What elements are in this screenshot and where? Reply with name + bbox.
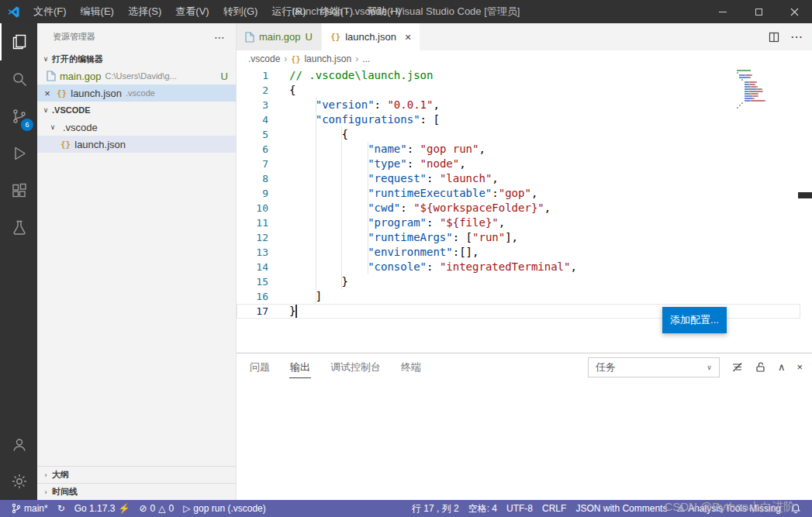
- menu-terminal[interactable]: 终端(T): [313, 0, 360, 23]
- code-editor[interactable]: 1// .vscode\launch.json2{3 "version": "0…: [237, 67, 812, 353]
- line-number: 14: [237, 260, 268, 274]
- menu-help[interactable]: 帮助(H): [360, 0, 408, 23]
- problems-item[interactable]: ⊘ 0 △ 0: [134, 500, 178, 517]
- minimap[interactable]: [737, 70, 799, 109]
- run-debug-icon[interactable]: [0, 135, 37, 172]
- menu-run[interactable]: 运行(R): [264, 0, 313, 23]
- extensions-icon[interactable]: [0, 172, 37, 209]
- cursor-position-item[interactable]: 行 17 , 列 2: [407, 500, 464, 517]
- tab-terminal[interactable]: 终端: [400, 357, 422, 377]
- tab-output[interactable]: 输出: [289, 357, 311, 378]
- line-content: {: [268, 127, 348, 142]
- code-line-12[interactable]: 12 "runtimeArgs": ["run"],: [237, 230, 800, 245]
- menu-file[interactable]: 文件(F): [26, 0, 74, 23]
- close-tab-icon[interactable]: ×: [405, 31, 411, 43]
- menu-selection[interactable]: 选择(S): [121, 0, 168, 23]
- maximize-panel-icon[interactable]: ∧: [778, 361, 786, 373]
- indentation-item[interactable]: 空格: 4: [464, 500, 502, 517]
- code-line-16[interactable]: 16 ]: [237, 289, 800, 304]
- output-channel-select[interactable]: 任务 ∨: [588, 357, 720, 377]
- language-mode: JSON with Comments: [575, 503, 667, 514]
- tree-folder-vscode[interactable]: ∨ .vscode: [37, 119, 236, 136]
- encoding-item[interactable]: UTF-8: [502, 500, 537, 517]
- add-configuration-button[interactable]: 添加配置...: [662, 307, 727, 333]
- code-line-2[interactable]: 2{: [237, 83, 800, 98]
- more-actions-icon[interactable]: ⋯: [790, 29, 803, 44]
- code-line-15[interactable]: 15 }: [237, 274, 800, 289]
- line-content: "environment":[],: [268, 245, 479, 260]
- scrollbar-marker[interactable]: [798, 192, 812, 198]
- activity-bar-bottom: [0, 426, 37, 500]
- code-line-13[interactable]: 13 "environment":[],: [237, 245, 800, 260]
- maximize-button[interactable]: [741, 0, 776, 23]
- panel-header: 问题 输出 调试控制台 终端 任务 ∨: [237, 353, 812, 381]
- code-line-6[interactable]: 6 "name": "gop run",: [237, 142, 800, 157]
- panel-actions: 任务 ∨ ∧: [588, 357, 803, 377]
- code-line-9[interactable]: 9 "runtimeExecutable":"gop",: [237, 186, 800, 201]
- close-editor-icon[interactable]: ×: [42, 88, 53, 99]
- code-line-11[interactable]: 11 "program": "${file}",: [237, 215, 800, 230]
- tab-problems[interactable]: 问题: [249, 357, 271, 377]
- run-task-item[interactable]: ▷ gop run (.vscode): [178, 500, 271, 517]
- line-number: 2: [237, 83, 268, 98]
- sync-item[interactable]: ↻: [53, 500, 70, 517]
- close-panel-icon[interactable]: ×: [796, 361, 803, 373]
- git-status-badge: U: [305, 31, 312, 43]
- tree-file-launch-json[interactable]: {} launch.json: [37, 136, 236, 153]
- split-editor-icon[interactable]: [769, 32, 779, 43]
- line-number: 4: [237, 112, 268, 127]
- analysis-tools-label: Analysis Tools Missing: [688, 503, 781, 514]
- chevron-right-icon: ›: [40, 471, 52, 479]
- menu-edit[interactable]: 编辑(E): [74, 0, 121, 23]
- bell-icon: [790, 503, 801, 514]
- account-icon[interactable]: [0, 426, 37, 463]
- tab-launch-json[interactable]: {} launch.json ×: [322, 23, 420, 50]
- outline-section[interactable]: › 大纲: [37, 466, 236, 483]
- code-line-8[interactable]: 8 "request": "launch",: [237, 171, 800, 186]
- analysis-tools-item[interactable]: ⚠ Analysis Tools Missing: [672, 500, 786, 517]
- timeline-section[interactable]: › 时间线: [37, 483, 236, 500]
- sidebar-title: 资源管理器 ⋯: [37, 23, 236, 50]
- go-version-item[interactable]: Go 1.17.3 ⚡: [70, 500, 135, 517]
- breadcrumb-file[interactable]: launch.json: [304, 53, 351, 64]
- more-actions-icon[interactable]: ⋯: [214, 31, 225, 43]
- close-window-button[interactable]: [776, 0, 812, 23]
- output-content[interactable]: [237, 381, 812, 500]
- settings-gear-icon[interactable]: [0, 463, 37, 500]
- menu-go[interactable]: 转到(G): [216, 0, 265, 23]
- source-control-icon[interactable]: 6: [0, 98, 37, 135]
- tab-main-gop[interactable]: main.gop U: [237, 23, 322, 50]
- clear-output-icon[interactable]: [731, 361, 743, 373]
- minimize-button[interactable]: [705, 0, 741, 23]
- workspace-section[interactable]: ∨ .VSCODE: [37, 102, 236, 119]
- lock-scroll-icon[interactable]: [755, 361, 766, 373]
- code-line-4[interactable]: 4 "configurations": [: [237, 112, 800, 127]
- notifications-item[interactable]: [786, 500, 806, 517]
- menu-view[interactable]: 查看(V): [168, 0, 216, 23]
- explorer-icon[interactable]: [0, 23, 37, 60]
- eol-item[interactable]: CRLF: [537, 500, 571, 517]
- go-version: Go 1.17.3: [74, 503, 116, 514]
- search-icon[interactable]: [0, 60, 37, 98]
- tab-debug-console[interactable]: 调试控制台: [330, 357, 382, 377]
- code-line-10[interactable]: 10 "cwd": "${workspaceFolder}",: [237, 201, 800, 215]
- git-branch-item[interactable]: main*: [6, 500, 53, 517]
- code-line-1[interactable]: 1// .vscode\launch.json: [237, 68, 800, 83]
- line-content: "runtimeArgs": ["run"],: [268, 230, 518, 245]
- code-line-14[interactable]: 14 "console": "integratedTerminal",: [237, 260, 800, 274]
- open-editor-main-gop[interactable]: main.gop C:\Users\David\g... U: [37, 67, 236, 84]
- branch-icon: [11, 503, 21, 514]
- code-line-5[interactable]: 5 {: [237, 127, 800, 142]
- scm-badge: 6: [21, 119, 33, 131]
- code-line-7[interactable]: 7 "type": "node",: [237, 157, 800, 171]
- test-flask-icon[interactable]: [0, 209, 37, 246]
- line-number: 15: [237, 274, 268, 289]
- language-mode-item[interactable]: JSON with Comments: [571, 500, 672, 517]
- tab-label: main.gop: [259, 31, 300, 43]
- code-line-3[interactable]: 3 "version": "0.0.1",: [237, 98, 800, 112]
- minimize-icon: [719, 12, 727, 12]
- breadcrumb-folder[interactable]: .vscode: [248, 53, 280, 64]
- breadcrumb-symbol[interactable]: ...: [362, 53, 370, 64]
- open-editors-section[interactable]: ∨ 打开的编辑器: [37, 50, 236, 67]
- open-editor-launch-json[interactable]: × {} launch.json .vscode: [37, 84, 236, 102]
